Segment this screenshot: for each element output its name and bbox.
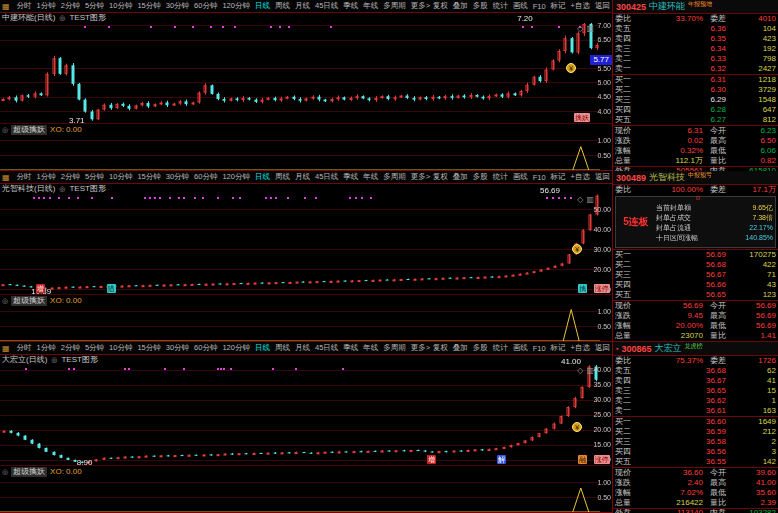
period-tab[interactable]: 季线 [343,172,358,182]
order-book-row[interactable]: 买五6.27812 [613,115,778,125]
period-tab[interactable]: 15分钟 [137,1,160,11]
event-badge[interactable]: 增 [36,284,45,293]
panel-gadget-icon[interactable]: ▥ [586,24,594,33]
candlestick-chart[interactable]: 40.0035.0030.0025.0020.0015.0010.0041.00… [0,365,612,465]
tool-button[interactable]: F10 [533,344,546,353]
period-tab[interactable]: 分时 [17,172,32,182]
order-book-row[interactable]: 卖三6.34192 [613,44,778,54]
panel-gadget-icon[interactable]: ▥ [586,195,594,204]
period-tab[interactable]: 5分钟 [85,172,104,182]
period-tab[interactable]: 周线 [275,1,290,11]
order-book-row[interactable]: 卖二6.33798 [613,54,778,64]
order-book-row[interactable]: 买二6.303729 [613,85,778,95]
indicator-name[interactable]: 超级擒妖 [11,125,47,135]
order-book-row[interactable]: 买一36.601649 [613,417,778,427]
tool-button[interactable]: 叠加 [453,172,468,182]
period-tab[interactable]: 1分钟 [37,1,56,11]
grid-icon[interactable]: ▦ [2,173,10,182]
period-tab[interactable]: 45日线 [315,343,338,353]
period-tab[interactable]: 多周期 [383,1,406,11]
event-badge[interactable]: 增 [427,455,436,464]
period-tab[interactable]: 10分钟 [109,1,132,11]
tool-button[interactable]: 返回 [595,172,610,182]
overlay-indicator-label[interactable]: TEST图形 [61,355,97,365]
event-badge[interactable]: 涨停 [594,284,610,293]
period-tab[interactable]: 30分钟 [166,172,189,182]
period-tab[interactable]: 多周期 [383,343,406,353]
period-tab[interactable]: 1分钟 [37,343,56,353]
tool-button[interactable]: +自选 [571,1,590,11]
tool-button[interactable]: 画线 [513,172,528,182]
order-book-row[interactable]: 买三6.291548 [613,95,778,105]
tool-button[interactable]: 统计 [493,172,508,182]
tool-button[interactable]: 标记 [551,172,566,182]
period-tab[interactable]: 日线 [255,343,270,353]
quote-header[interactable]: 300489光智科技中报预亏 [613,171,778,185]
period-tab[interactable]: 季线 [343,1,358,11]
tool-button[interactable]: 复权 [433,343,448,353]
period-tab[interactable]: 年线 [363,172,378,182]
period-tab[interactable]: 日线 [255,1,270,11]
period-tab[interactable]: 120分钟 [222,1,250,11]
event-badge[interactable]: 擒 [578,284,587,293]
quote-header[interactable]: 300425中建环能年报预增 [613,0,778,14]
candlestick-chart[interactable]: 50.0040.0030.0020.0010.0056.6910.39¥增猎擒涨… [0,194,612,294]
grid-icon[interactable]: ▦ [2,344,10,353]
period-tab[interactable]: 月线 [295,1,310,11]
period-tab[interactable]: 分时 [17,343,32,353]
tool-button[interactable]: 复权 [433,172,448,182]
overlay-indicator-label[interactable]: TEST图形 [69,184,105,194]
period-tab[interactable]: 45日线 [315,172,338,182]
overlay-indicator-label[interactable]: TEST图形 [69,13,105,23]
order-book-row[interactable]: 买五56.65123 [613,290,778,300]
period-tab[interactable]: 30分钟 [166,343,189,353]
indicator-chart[interactable]: 1.000.50 [0,477,612,513]
period-tab[interactable]: 60分钟 [194,172,217,182]
tool-button[interactable]: 画线 [513,1,528,11]
period-tab[interactable]: 日线 [255,172,270,182]
period-tab[interactable]: 分时 [17,1,32,11]
tool-button[interactable]: 复权 [433,1,448,11]
order-book-row[interactable]: 卖四36.6741 [613,376,778,386]
indicator-name[interactable]: 超级擒妖 [11,296,47,306]
quote-header[interactable]: ▪300865大宏立龙虎榜 [613,342,778,356]
period-tab[interactable]: 120分钟 [222,172,250,182]
indicator-chart[interactable]: 1.000.50 [0,135,612,171]
period-tab[interactable]: 10分钟 [109,343,132,353]
order-book-row[interactable]: 买一56.69170275 [613,250,778,260]
order-book-row[interactable]: 买三56.6771 [613,270,778,280]
period-tab[interactable]: 2分钟 [61,343,80,353]
order-book-row[interactable]: 卖四6.35423 [613,34,778,44]
collapse-icon[interactable]: ◎ [2,468,8,476]
event-badge[interactable]: 猎 [107,284,116,293]
period-tab[interactable]: 年线 [363,343,378,353]
order-book-row[interactable]: 买二36.59212 [613,427,778,437]
period-tab[interactable]: 更多> [411,172,430,182]
period-tab[interactable]: 5分钟 [85,343,104,353]
tool-button[interactable]: 标记 [551,1,566,11]
tool-button[interactable]: 多股 [473,1,488,11]
grid-icon[interactable]: ▦ [2,2,10,11]
period-tab[interactable]: 月线 [295,343,310,353]
period-tab[interactable]: 120分钟 [222,343,250,353]
candlestick-chart[interactable]: 7.006.505.505.004.504.007.203.715.77¥擒妖◇… [0,23,612,123]
period-tab[interactable]: 月线 [295,172,310,182]
event-badge[interactable]: 融 [578,455,587,464]
order-book-row[interactable]: 买四6.28647 [613,105,778,115]
order-book-row[interactable]: 卖三36.6515 [613,386,778,396]
period-tab[interactable]: 15分钟 [137,343,160,353]
order-book-row[interactable]: 卖二36.621 [613,396,778,406]
collapse-icon[interactable]: ◎ [2,126,8,134]
period-tab[interactable]: 季线 [343,343,358,353]
order-book-row[interactable]: 买四56.6643 [613,280,778,290]
order-book-row[interactable]: 卖一36.61163 [613,406,778,416]
tool-button[interactable]: 画线 [513,343,528,353]
period-tab[interactable]: 15分钟 [137,172,160,182]
period-tab[interactable]: 1分钟 [37,172,56,182]
event-badge[interactable]: 擒妖 [574,113,590,122]
order-book-row[interactable]: 买三36.582 [613,437,778,447]
tool-button[interactable]: +自选 [571,343,590,353]
period-tab[interactable]: 更多> [411,1,430,11]
order-book-row[interactable]: 买二56.68422 [613,260,778,270]
diamond-gadget-icon[interactable]: ◇ [577,195,583,204]
